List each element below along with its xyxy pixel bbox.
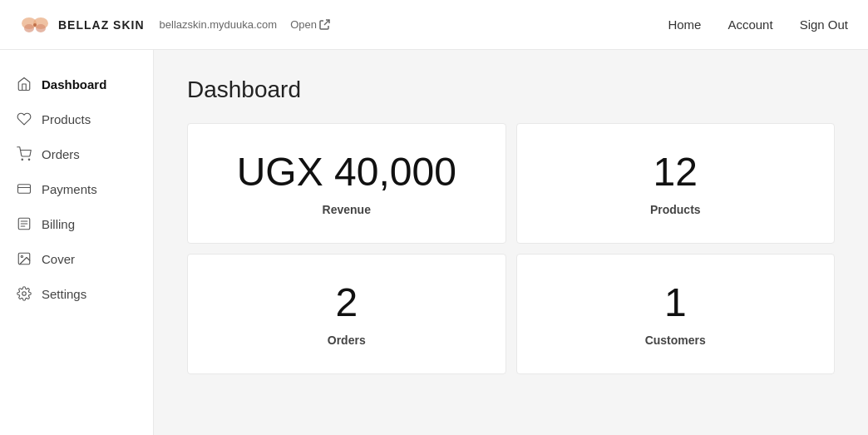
brand-name: BELLAZ SKIN <box>58 18 145 32</box>
sidebar-label-payments: Payments <box>42 182 97 196</box>
svg-point-14 <box>21 255 22 257</box>
brand-logo-icon <box>20 10 50 40</box>
sidebar-label-orders: Orders <box>42 147 80 161</box>
svg-point-5 <box>22 159 23 161</box>
sidebar-item-settings[interactable]: Settings <box>0 276 153 311</box>
sidebar-label-billing: Billing <box>42 217 75 231</box>
customers-label: Customers <box>645 334 706 347</box>
nav-account[interactable]: Account <box>727 17 772 32</box>
header: BELLAZ SKIN bellazskin.myduuka.com Open … <box>0 0 868 50</box>
brand-open-link[interactable]: Open <box>290 18 330 31</box>
layout: Dashboard Products Orders <box>0 0 868 435</box>
sidebar-item-billing[interactable]: Billing <box>0 206 153 241</box>
svg-point-2 <box>24 24 34 32</box>
orders-value: 2 <box>335 281 358 325</box>
svg-point-4 <box>33 23 37 27</box>
revenue-card: UGX 40,000 Revenue <box>187 123 506 244</box>
svg-rect-7 <box>18 185 31 194</box>
page-title: Dashboard <box>187 77 835 103</box>
sidebar-item-products[interactable]: Products <box>0 101 153 136</box>
billing-icon <box>17 216 32 231</box>
revenue-value: UGX 40,000 <box>237 151 456 195</box>
external-link-icon <box>319 19 330 30</box>
brand-url: bellazskin.myduuka.com <box>160 18 278 31</box>
customers-card: 1 Customers <box>516 254 836 374</box>
sidebar-label-settings: Settings <box>42 287 86 301</box>
products-label: Products <box>650 203 701 216</box>
main-content: Dashboard UGX 40,000 Revenue 12 Products… <box>154 50 868 435</box>
revenue-label: Revenue <box>323 203 371 216</box>
products-icon <box>17 111 32 126</box>
svg-point-15 <box>22 292 27 296</box>
sidebar-label-dashboard: Dashboard <box>42 77 106 91</box>
sidebar-label-cover: Cover <box>42 252 75 266</box>
sidebar-label-products: Products <box>42 112 91 126</box>
payments-icon <box>17 181 32 196</box>
orders-card: 2 Orders <box>187 254 506 374</box>
orders-icon <box>17 146 32 161</box>
sidebar-item-dashboard[interactable]: Dashboard <box>0 67 153 101</box>
sidebar-item-orders[interactable]: Orders <box>0 136 153 171</box>
svg-point-6 <box>28 159 30 161</box>
orders-label: Orders <box>328 334 366 347</box>
products-card: 12 Products <box>516 123 836 244</box>
dashboard-icon <box>17 77 32 91</box>
dashboard-cards: UGX 40,000 Revenue 12 Products 2 Orders … <box>187 123 835 374</box>
sidebar: Dashboard Products Orders <box>0 50 154 435</box>
header-nav: Home Account Sign Out <box>668 17 848 32</box>
sidebar-item-cover[interactable]: Cover <box>0 241 153 276</box>
settings-icon <box>17 286 32 301</box>
products-value: 12 <box>653 151 698 195</box>
sidebar-item-payments[interactable]: Payments <box>0 171 153 206</box>
brand: BELLAZ SKIN bellazskin.myduuka.com Open <box>20 10 330 40</box>
customers-value: 1 <box>664 281 687 325</box>
cover-icon <box>17 251 32 266</box>
nav-sign-out[interactable]: Sign Out <box>800 17 848 32</box>
svg-point-3 <box>36 24 46 32</box>
nav-home[interactable]: Home <box>668 17 701 32</box>
